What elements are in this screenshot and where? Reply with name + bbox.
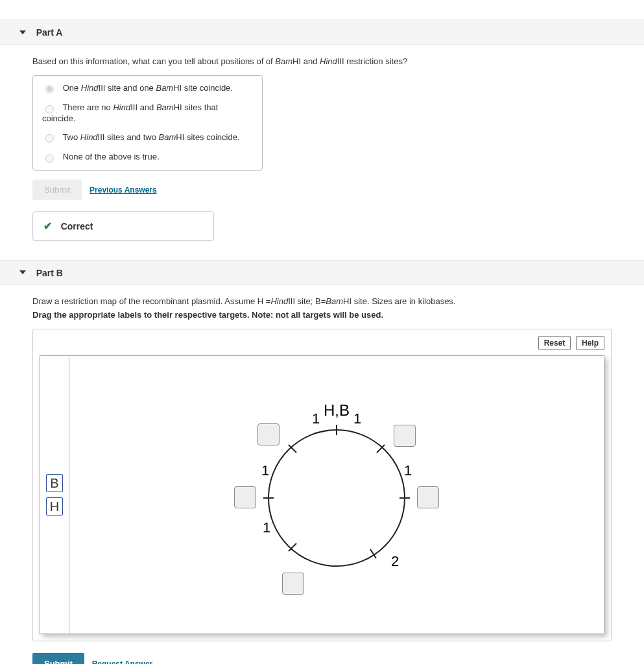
palette-label-b[interactable]: B (46, 474, 63, 492)
previous-answers-link[interactable]: Previous Answers (89, 185, 157, 195)
drag-canvas-wrap: Reset Help B H (32, 329, 612, 641)
opt3-t1: Two (62, 132, 80, 142)
opt3-i1: Hind (80, 132, 98, 142)
opt1-t3: HI site coincide. (173, 83, 233, 93)
opt2-i2: Bam (156, 102, 174, 112)
drop-target-ne[interactable] (394, 425, 416, 447)
instr-t2: III site; B= (288, 296, 326, 306)
label-hb: H,B (324, 401, 350, 419)
check-icon: ✔ (43, 220, 52, 232)
label-1e: 1 (263, 519, 270, 536)
submit-button[interactable]: Submit (32, 653, 84, 664)
q-hind-italic: Hind (320, 56, 337, 66)
drop-target-s[interactable] (282, 573, 304, 595)
opt2-t2: III and (130, 102, 156, 112)
chevron-down-icon (19, 30, 26, 34)
part-b-body: Draw a restriction map of the recombinan… (0, 285, 644, 664)
option-3[interactable]: Two HindIII sites and two BamHI sites co… (33, 128, 262, 148)
chevron-down-icon (19, 270, 26, 274)
option-4-radio[interactable] (45, 154, 54, 163)
opt2-i1: Hind (113, 102, 130, 112)
opt4-text: None of the above is true. (63, 152, 160, 161)
option-4[interactable]: None of the above is true. (33, 147, 262, 167)
drop-target-nw[interactable] (257, 423, 280, 445)
instr-t3: HI site. Sizes are in kilobases. (343, 296, 455, 306)
opt1-t2: III site and one (99, 83, 156, 93)
opt3-i2: Bam (159, 132, 176, 142)
part-b-instruction: Draw a restriction map of the recombinan… (32, 296, 612, 306)
part-b-title: Part B (36, 267, 63, 278)
part-a-title: Part A (36, 27, 63, 38)
option-1-radio[interactable] (45, 85, 54, 93)
option-2-radio[interactable] (45, 105, 54, 113)
palette-label-h[interactable]: H (46, 497, 63, 516)
instr-i2: Bam (326, 296, 343, 306)
label-1b: 1 (353, 410, 361, 427)
part-b-instruction-2: Drag the appropriate labels to their res… (32, 310, 612, 320)
opt1-i2: Bam (156, 83, 173, 93)
instr-i1: Hind (270, 296, 288, 306)
option-1[interactable]: One HindIII site and one BamHI site coin… (33, 78, 262, 99)
q-text2: HI and (292, 56, 320, 66)
option-2[interactable]: There are no HindIII and BamHI sites tha… (33, 98, 262, 128)
opt2-t1: There are no (62, 102, 113, 112)
opt3-t3: HI sites coincide. (176, 132, 239, 142)
opt1-t1: One (63, 83, 81, 93)
drag-canvas: B H (40, 355, 604, 634)
part-a-header[interactable]: Part A (0, 19, 644, 45)
q-text: Based on this information, what can you … (32, 56, 275, 66)
request-answer-link[interactable]: Request Answer (92, 659, 153, 664)
submit-button-disabled: Submit (32, 180, 82, 200)
label-1a: 1 (312, 410, 320, 427)
label-palette: B H (40, 356, 69, 634)
correct-text: Correct (61, 220, 93, 231)
plasmid-diagram: H,B 1 1 1 1 1 2 (226, 385, 447, 605)
part-a-question: Based on this information, what can you … (32, 56, 612, 66)
drop-target-e[interactable] (417, 486, 439, 508)
help-button[interactable]: Help (576, 336, 604, 350)
correct-feedback: ✔ Correct (32, 211, 214, 241)
reset-button[interactable]: Reset (538, 336, 571, 350)
plasmid-area: H,B 1 1 1 1 1 2 (69, 356, 604, 634)
label-2: 2 (391, 553, 399, 569)
q-text3: III restriction sites? (337, 56, 407, 66)
label-1d: 1 (404, 462, 412, 479)
label-1c: 1 (261, 462, 269, 479)
option-3-radio[interactable] (45, 134, 54, 143)
drop-target-w[interactable] (234, 486, 256, 508)
opt3-t2: III sites and two (98, 132, 159, 142)
part-b-header[interactable]: Part B (0, 260, 644, 285)
opt1-i1: Hind (81, 83, 99, 93)
instr-t1: Draw a restriction map of the recombinan… (32, 296, 270, 306)
options-group: One HindIII site and one BamHI site coin… (32, 75, 263, 171)
part-a-body: Based on this information, what can you … (0, 45, 644, 260)
svg-point-0 (268, 430, 405, 566)
q-bam-italic: Bam (275, 56, 292, 66)
